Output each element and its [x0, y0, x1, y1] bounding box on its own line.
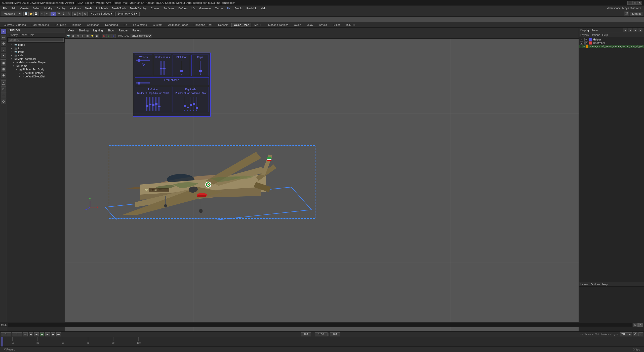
pilot-door-slider1[interactable]: [181, 61, 182, 75]
tab-sculpting[interactable]: Sculpting: [52, 23, 69, 27]
vp-btn-light[interactable]: 💡: [90, 34, 94, 38]
tab-motion-graphics[interactable]: Motion Graphics: [265, 23, 291, 27]
ch-icon-3[interactable]: ▲: [633, 28, 637, 32]
ch-p-controller[interactable]: P: [584, 41, 588, 45]
tab-custom[interactable]: Custom: [150, 23, 165, 27]
tree-item-fighter-jet-body[interactable]: ▾ ▣ Fighter_Jet_Body: [7, 68, 65, 71]
tab-redshift[interactable]: Redshift: [215, 23, 231, 27]
menu-surfaces[interactable]: Surfaces: [162, 6, 176, 10]
ch-v-aircraft[interactable]: Y: [580, 45, 582, 48]
tool-extra1[interactable]: △: [1, 80, 6, 86]
tool-paint[interactable]: ✏: [1, 35, 6, 40]
timeline-start-frame[interactable]: [1, 332, 11, 336]
ch-menu-help[interactable]: Help: [602, 33, 608, 36]
right-slider4[interactable]: [193, 97, 194, 111]
ch-menu-options[interactable]: Options: [591, 33, 600, 36]
layers-menu-options[interactable]: Options: [591, 283, 600, 286]
tree-item-persp[interactable]: ▸ 📷 persp: [7, 43, 65, 47]
ch-v-controller[interactable]: V: [580, 41, 583, 45]
outliner-menu-help[interactable]: Help: [29, 33, 34, 36]
right-slider5[interactable]: [196, 97, 197, 111]
ch-icon-1[interactable]: ◄: [623, 28, 627, 32]
menu-edit-mesh[interactable]: Edit Mesh: [94, 6, 110, 10]
symmetry-label[interactable]: Symmetry: Off ▾: [115, 12, 139, 16]
toolbar-btn-snap-point[interactable]: ⊙: [83, 12, 88, 16]
outliner-menu-show[interactable]: Show: [20, 33, 27, 36]
menu-modify[interactable]: Modify: [42, 6, 54, 10]
tab-xgen-user[interactable]: XGen_User: [231, 23, 251, 27]
menu-mesh[interactable]: Mesh: [83, 6, 94, 10]
tab-vray[interactable]: vRay: [304, 23, 316, 27]
tab-rendering[interactable]: Rendering: [102, 23, 121, 27]
vp-menu-show[interactable]: Show: [105, 28, 116, 32]
toolbar-btn-open[interactable]: 📂: [28, 12, 33, 16]
tab-rigging[interactable]: Rigging: [69, 23, 84, 27]
menu-uv[interactable]: UV: [189, 6, 197, 10]
refresh-icon[interactable]: ↻: [142, 63, 145, 67]
tl-btn-prev[interactable]: ◀: [34, 332, 39, 336]
tl-loop-btn[interactable]: ↺: [633, 332, 637, 336]
left-slider2[interactable]: [149, 97, 150, 111]
timeline-range-start[interactable]: [315, 332, 328, 336]
outliner-menu-display[interactable]: Display: [9, 33, 18, 36]
close-button[interactable]: ✕: [637, 1, 642, 5]
tab-turtle[interactable]: TURTLE: [343, 23, 359, 27]
menu-cache[interactable]: Cache: [213, 6, 225, 10]
left-slider1[interactable]: [146, 97, 147, 111]
tab-animation[interactable]: Animation: [84, 23, 102, 27]
back-chassis-slider2[interactable]: [164, 61, 165, 75]
minimize-button[interactable]: ─: [627, 1, 632, 5]
tool-sculpt[interactable]: ⌂: [1, 47, 6, 52]
layers-menu-help[interactable]: Help: [602, 283, 608, 286]
menu-fx[interactable]: FX: [225, 6, 232, 10]
tab-polygons-user[interactable]: Polygons_User: [191, 23, 215, 27]
wheels-slider[interactable]: [136, 60, 150, 61]
vp-btn-camera[interactable]: 📷: [66, 34, 70, 38]
ch-p-helper[interactable]: P: [584, 38, 588, 41]
menu-display[interactable]: Display: [55, 6, 68, 10]
tl-btn-start[interactable]: ⏮: [23, 332, 28, 336]
viewport-canvas[interactable]: persp Wheels ↻: [65, 39, 579, 337]
tl-btn-next[interactable]: ▶: [45, 332, 50, 336]
ch-icon-2[interactable]: ►: [628, 28, 632, 32]
menu-curves[interactable]: Curves: [149, 6, 162, 10]
vp-btn-shadow[interactable]: ▣: [95, 34, 99, 38]
toolbar-btn-rotate[interactable]: E: [61, 12, 66, 16]
menu-deform[interactable]: Deform: [176, 6, 189, 10]
tree-item-front[interactable]: ▸ 📷 front: [7, 50, 65, 54]
right-slider3[interactable]: [190, 97, 191, 111]
tab-fit-clothing[interactable]: Fit Clothing: [130, 23, 150, 27]
menu-select[interactable]: Select: [31, 6, 43, 10]
timeline-end-display[interactable]: [301, 332, 311, 336]
tl-btn-play[interactable]: ▶: [40, 332, 44, 336]
tool-extra4[interactable]: ◇: [1, 99, 6, 104]
tab-display[interactable]: Display: [580, 29, 589, 32]
toolbar-btn-select[interactable]: Q: [51, 12, 56, 16]
sign-in-btn[interactable]: Sign In: [630, 12, 643, 16]
tree-item-frame[interactable]: ▾ ▣ Frame: [7, 64, 65, 68]
left-slider4[interactable]: [155, 97, 156, 111]
vp-btn-y[interactable]: Y: [106, 34, 111, 38]
vp-btn-smooth[interactable]: ●: [80, 34, 85, 38]
timeline-current-frame[interactable]: [12, 332, 22, 336]
vp-menu-panels[interactable]: Panels: [130, 28, 143, 32]
tab-poly-modeling[interactable]: Poly Modeling: [29, 23, 52, 27]
ch-icon-4[interactable]: ▼: [638, 28, 642, 32]
menu-mesh-display[interactable]: Mesh Display: [128, 6, 149, 10]
tree-item-side[interactable]: ▸ 📷 side: [7, 54, 65, 57]
toolbar-btn-scale[interactable]: R: [66, 12, 71, 16]
tree-item-main-controller[interactable]: ▾ ▣ Main_controller: [7, 57, 65, 61]
toolbar-btn-new[interactable]: 📄: [23, 12, 28, 16]
mel-run-btn[interactable]: M: [633, 323, 638, 327]
toolbar-btn-snap-curve[interactable]: ⊂: [77, 12, 83, 16]
vp-btn-texture[interactable]: 🖼: [85, 34, 90, 38]
back-chassis-slider1[interactable]: [160, 61, 162, 75]
toolbar-btn-save[interactable]: 💾: [33, 12, 38, 16]
no-live-surface-label[interactable]: No Live Surface ▾: [89, 12, 114, 16]
toolbar-btn-redo[interactable]: ↪: [45, 12, 50, 16]
menu-generate[interactable]: Generate: [197, 6, 213, 10]
timeline-scrubber[interactable]: 10 30 50 70 90 110: [0, 337, 644, 346]
vp-btn-wireframe[interactable]: ◻: [75, 34, 80, 38]
ch-p-aircraft[interactable]: P: [583, 45, 585, 48]
vp-menu-shading[interactable]: Shading: [76, 28, 91, 32]
